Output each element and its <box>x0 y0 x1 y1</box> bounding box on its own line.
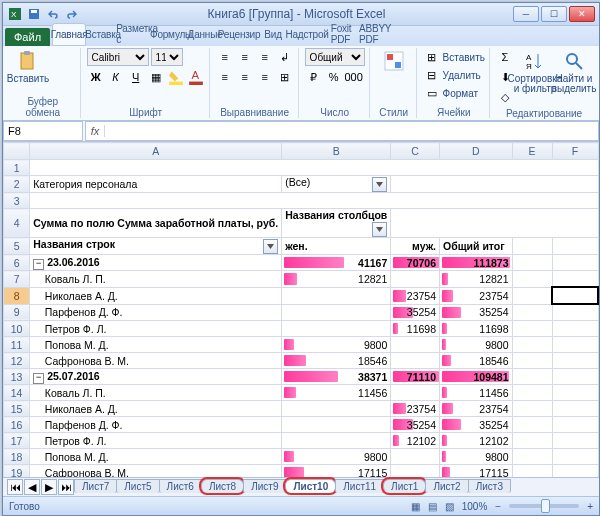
sheet-tab-Лист7[interactable]: Лист7 <box>74 479 117 493</box>
maximize-button[interactable]: ☐ <box>541 6 567 22</box>
cond-format[interactable] <box>376 48 412 72</box>
align-r[interactable]: ≡ <box>256 68 274 86</box>
row-label[interactable]: −25.07.2016 <box>30 369 282 385</box>
view-normal[interactable]: ▦ <box>411 501 420 512</box>
fill-color-button[interactable] <box>167 68 185 86</box>
find-select[interactable]: Найти и выделить <box>556 48 592 94</box>
tab-Вставка[interactable]: Вставка <box>86 23 120 46</box>
sheet-tab-Лист9[interactable]: Лист9 <box>243 479 286 493</box>
filter-cols[interactable] <box>372 222 387 237</box>
number-format[interactable]: Общий <box>305 48 365 66</box>
collapse-icon[interactable]: − <box>33 373 44 384</box>
row-label[interactable]: Парфенов Д. Ф. <box>30 417 282 433</box>
tab-Foxit PDF[interactable]: Foxit PDF <box>324 23 358 46</box>
group-editing: Σ⬇◇ AЯСортировка и фильтр Найти и выдели… <box>492 48 596 118</box>
formula-input[interactable] <box>105 124 598 138</box>
col-header-F[interactable]: F <box>552 143 598 160</box>
tab-nav-prev[interactable]: ◀ <box>24 479 40 495</box>
border-button[interactable]: ▦ <box>147 68 165 86</box>
sheet-tab-Лист3[interactable]: Лист3 <box>468 479 511 493</box>
row-label[interactable]: Сафронова В. М. <box>30 465 282 478</box>
save-icon[interactable] <box>26 6 42 22</box>
percent[interactable]: % <box>325 68 343 86</box>
tab-ABBYY PDF[interactable]: ABBYY PDF <box>358 23 392 46</box>
view-layout[interactable]: ▤ <box>428 501 437 512</box>
align-c[interactable]: ≡ <box>236 68 254 86</box>
font-size[interactable]: 11 <box>151 48 183 66</box>
sort-icon: AЯ <box>524 50 546 72</box>
underline-button[interactable]: Ч <box>127 68 145 86</box>
font-color-button[interactable]: A <box>187 68 205 86</box>
fx-icon[interactable]: fx <box>86 125 105 137</box>
zoom-in[interactable]: + <box>587 501 593 512</box>
tab-Разметка с[interactable]: Разметка с <box>120 23 154 46</box>
align-left[interactable]: ≡ <box>216 68 234 86</box>
col-header-A[interactable]: A <box>30 143 282 160</box>
view-break[interactable]: ▧ <box>445 501 454 512</box>
tab-Главная[interactable]: Главная <box>52 23 86 46</box>
sheet-tab-Лист5[interactable]: Лист5 <box>116 479 159 493</box>
bold-button[interactable]: Ж <box>87 68 105 86</box>
row-label[interactable]: Николаев А. Д. <box>30 287 282 304</box>
tab-nav-last[interactable]: ⏭ <box>58 479 74 495</box>
undo-icon[interactable] <box>45 6 61 22</box>
wrap[interactable]: ↲ <box>276 48 294 66</box>
sheet-tab-Лист11[interactable]: Лист11 <box>335 479 384 493</box>
align-bot[interactable]: ≡ <box>256 48 274 66</box>
row-label[interactable]: Попова М. Д. <box>30 337 282 353</box>
category-label: Категория персонала <box>30 176 282 193</box>
col-header-E[interactable]: E <box>512 143 552 160</box>
svg-rect-10 <box>387 54 393 60</box>
tab-Рецензир[interactable]: Рецензир <box>222 23 256 46</box>
row-label[interactable]: Коваль Л. П. <box>30 385 282 401</box>
row-label[interactable]: Николаев А. Д. <box>30 401 282 417</box>
tab-nav-first[interactable]: ⏮ <box>7 479 23 495</box>
paste-button[interactable]: Вставить <box>10 48 46 84</box>
category-value[interactable]: (Все) <box>282 176 391 193</box>
row-label[interactable]: Коваль Л. П. <box>30 271 282 288</box>
align-mid[interactable]: ≡ <box>236 48 254 66</box>
align-top[interactable]: ≡ <box>216 48 234 66</box>
col-header-D[interactable]: D <box>440 143 512 160</box>
tab-file[interactable]: Файл <box>5 28 50 46</box>
format-cells[interactable]: ▭Формат <box>423 84 485 102</box>
close-button[interactable]: ✕ <box>569 6 595 22</box>
row-label[interactable]: −23.06.2016 <box>30 255 282 271</box>
tab-Надстрой[interactable]: Надстрой <box>290 23 324 46</box>
currency[interactable]: ₽ <box>305 68 323 86</box>
zoom-slider[interactable] <box>509 504 579 508</box>
filter-category[interactable] <box>372 177 387 192</box>
spreadsheet-grid[interactable]: ABCDEF12Категория персонала(Все)34Сумма … <box>3 142 599 477</box>
svg-text:Я: Я <box>526 62 532 71</box>
row-label[interactable]: Попова М. Д. <box>30 449 282 465</box>
sort-filter[interactable]: AЯСортировка и фильтр <box>517 48 553 94</box>
filter-rows[interactable] <box>263 239 278 254</box>
sheet-tab-Лист10[interactable]: Лист10 <box>285 479 336 493</box>
sheet-tab-Лист8[interactable]: Лист8 <box>201 479 244 493</box>
row-label[interactable]: Петров Ф. Л. <box>30 433 282 449</box>
tab-Формулы[interactable]: Формулы <box>154 23 188 46</box>
insert-cells[interactable]: ⊞Вставить <box>423 48 485 66</box>
col-header-B[interactable]: B <box>282 143 391 160</box>
sheet-tab-Лист2[interactable]: Лист2 <box>425 479 468 493</box>
delete-cells[interactable]: ⊟Удалить <box>423 66 485 84</box>
autosum[interactable]: Σ <box>496 48 514 66</box>
name-box[interactable]: F8 <box>3 121 83 141</box>
row-label[interactable]: Петров Ф. Л. <box>30 321 282 337</box>
minimize-button[interactable]: ─ <box>513 6 539 22</box>
row-label[interactable]: Парфенов Д. Ф. <box>30 304 282 321</box>
row-label[interactable]: Сафронова В. М. <box>30 353 282 369</box>
group-number: Общий ₽%000 Число <box>301 48 370 118</box>
sheet-tab-Лист6[interactable]: Лист6 <box>159 479 202 493</box>
zoom-out[interactable]: − <box>495 501 501 512</box>
collapse-icon[interactable]: − <box>33 259 44 270</box>
merge[interactable]: ⊞ <box>276 68 294 86</box>
col-header-C[interactable]: C <box>391 143 440 160</box>
comma[interactable]: 000 <box>345 68 363 86</box>
tab-nav-next[interactable]: ▶ <box>41 479 57 495</box>
redo-icon[interactable] <box>64 6 80 22</box>
font-name[interactable]: Calibri <box>87 48 149 66</box>
zoom-level[interactable]: 100% <box>462 501 488 512</box>
italic-button[interactable]: К <box>107 68 125 86</box>
sheet-tab-Лист1[interactable]: Лист1 <box>383 479 426 493</box>
